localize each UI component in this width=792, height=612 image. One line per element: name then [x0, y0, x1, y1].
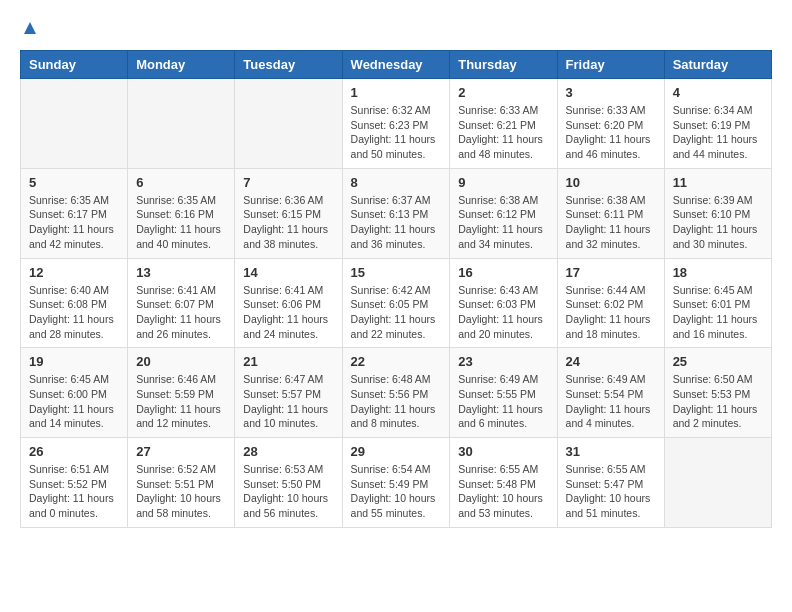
calendar-day-cell: 29Sunrise: 6:54 AMSunset: 5:49 PMDayligh… — [342, 438, 450, 528]
day-number: 31 — [566, 444, 656, 459]
calendar-day-cell: 21Sunrise: 6:47 AMSunset: 5:57 PMDayligh… — [235, 348, 342, 438]
day-info-text: Sunrise: 6:35 AM — [29, 193, 119, 208]
day-info-text: Sunset: 5:55 PM — [458, 387, 548, 402]
day-info-text: Daylight: 11 hours and 8 minutes. — [351, 402, 442, 431]
day-number: 11 — [673, 175, 763, 190]
calendar-day-cell: 12Sunrise: 6:40 AMSunset: 6:08 PMDayligh… — [21, 258, 128, 348]
day-info-text: Daylight: 11 hours and 4 minutes. — [566, 402, 656, 431]
calendar-day-cell — [128, 79, 235, 169]
day-info-text: Daylight: 11 hours and 30 minutes. — [673, 222, 763, 251]
day-info-text: Daylight: 11 hours and 0 minutes. — [29, 491, 119, 520]
day-number: 28 — [243, 444, 333, 459]
calendar-day-cell: 18Sunrise: 6:45 AMSunset: 6:01 PMDayligh… — [664, 258, 771, 348]
day-number: 14 — [243, 265, 333, 280]
day-info-text: Sunset: 5:47 PM — [566, 477, 656, 492]
calendar-table: SundayMondayTuesdayWednesdayThursdayFrid… — [20, 50, 772, 528]
day-info-text: Sunset: 6:07 PM — [136, 297, 226, 312]
calendar-day-cell: 7Sunrise: 6:36 AMSunset: 6:15 PMDaylight… — [235, 168, 342, 258]
calendar-day-cell: 5Sunrise: 6:35 AMSunset: 6:17 PMDaylight… — [21, 168, 128, 258]
day-info-text: Daylight: 10 hours and 51 minutes. — [566, 491, 656, 520]
calendar-day-cell: 27Sunrise: 6:52 AMSunset: 5:51 PMDayligh… — [128, 438, 235, 528]
calendar-day-cell: 2Sunrise: 6:33 AMSunset: 6:21 PMDaylight… — [450, 79, 557, 169]
day-info-text: Sunrise: 6:32 AM — [351, 103, 442, 118]
calendar-day-cell: 17Sunrise: 6:44 AMSunset: 6:02 PMDayligh… — [557, 258, 664, 348]
calendar-day-cell: 28Sunrise: 6:53 AMSunset: 5:50 PMDayligh… — [235, 438, 342, 528]
day-info-text: Sunset: 5:49 PM — [351, 477, 442, 492]
day-info-text: Sunrise: 6:47 AM — [243, 372, 333, 387]
day-number: 13 — [136, 265, 226, 280]
day-info-text: Daylight: 11 hours and 18 minutes. — [566, 312, 656, 341]
calendar-day-cell: 14Sunrise: 6:41 AMSunset: 6:06 PMDayligh… — [235, 258, 342, 348]
day-info-text: Daylight: 11 hours and 24 minutes. — [243, 312, 333, 341]
day-info-text: Sunset: 5:52 PM — [29, 477, 119, 492]
day-info-text: Sunrise: 6:36 AM — [243, 193, 333, 208]
day-number: 9 — [458, 175, 548, 190]
calendar-day-cell: 9Sunrise: 6:38 AMSunset: 6:12 PMDaylight… — [450, 168, 557, 258]
calendar-week-row: 12Sunrise: 6:40 AMSunset: 6:08 PMDayligh… — [21, 258, 772, 348]
calendar-day-cell — [21, 79, 128, 169]
day-number: 8 — [351, 175, 442, 190]
day-number: 7 — [243, 175, 333, 190]
calendar-day-cell: 8Sunrise: 6:37 AMSunset: 6:13 PMDaylight… — [342, 168, 450, 258]
day-info-text: Sunset: 6:20 PM — [566, 118, 656, 133]
calendar-day-header: Friday — [557, 51, 664, 79]
day-info-text: Sunrise: 6:45 AM — [673, 283, 763, 298]
day-info-text: Sunrise: 6:54 AM — [351, 462, 442, 477]
day-info-text: Sunset: 6:21 PM — [458, 118, 548, 133]
day-info-text: Sunset: 5:51 PM — [136, 477, 226, 492]
day-info-text: Sunset: 6:12 PM — [458, 207, 548, 222]
day-info-text: Sunset: 5:56 PM — [351, 387, 442, 402]
day-info-text: Sunset: 5:57 PM — [243, 387, 333, 402]
day-info-text: Sunrise: 6:41 AM — [136, 283, 226, 298]
calendar-day-header: Monday — [128, 51, 235, 79]
day-info-text: Sunrise: 6:45 AM — [29, 372, 119, 387]
day-info-text: Sunrise: 6:52 AM — [136, 462, 226, 477]
day-info-text: Sunrise: 6:48 AM — [351, 372, 442, 387]
day-info-text: Daylight: 11 hours and 44 minutes. — [673, 132, 763, 161]
day-info-text: Daylight: 11 hours and 14 minutes. — [29, 402, 119, 431]
calendar-day-cell: 23Sunrise: 6:49 AMSunset: 5:55 PMDayligh… — [450, 348, 557, 438]
day-info-text: Sunrise: 6:41 AM — [243, 283, 333, 298]
day-info-text: Sunset: 6:15 PM — [243, 207, 333, 222]
day-info-text: Sunset: 6:08 PM — [29, 297, 119, 312]
day-info-text: Sunrise: 6:55 AM — [458, 462, 548, 477]
day-info-text: Daylight: 11 hours and 16 minutes. — [673, 312, 763, 341]
day-info-text: Daylight: 11 hours and 34 minutes. — [458, 222, 548, 251]
calendar-day-cell: 11Sunrise: 6:39 AMSunset: 6:10 PMDayligh… — [664, 168, 771, 258]
calendar-day-cell: 3Sunrise: 6:33 AMSunset: 6:20 PMDaylight… — [557, 79, 664, 169]
calendar-day-cell: 20Sunrise: 6:46 AMSunset: 5:59 PMDayligh… — [128, 348, 235, 438]
calendar-day-cell: 15Sunrise: 6:42 AMSunset: 6:05 PMDayligh… — [342, 258, 450, 348]
day-info-text: Sunrise: 6:33 AM — [566, 103, 656, 118]
calendar-day-cell: 24Sunrise: 6:49 AMSunset: 5:54 PMDayligh… — [557, 348, 664, 438]
day-info-text: Sunset: 6:16 PM — [136, 207, 226, 222]
day-info-text: Sunrise: 6:38 AM — [566, 193, 656, 208]
day-number: 26 — [29, 444, 119, 459]
day-info-text: Sunset: 6:05 PM — [351, 297, 442, 312]
calendar-week-row: 1Sunrise: 6:32 AMSunset: 6:23 PMDaylight… — [21, 79, 772, 169]
day-info-text: Sunrise: 6:50 AM — [673, 372, 763, 387]
day-number: 15 — [351, 265, 442, 280]
day-info-text: Sunrise: 6:33 AM — [458, 103, 548, 118]
calendar-week-row: 5Sunrise: 6:35 AMSunset: 6:17 PMDaylight… — [21, 168, 772, 258]
day-number: 6 — [136, 175, 226, 190]
calendar-day-header: Tuesday — [235, 51, 342, 79]
calendar-day-cell: 4Sunrise: 6:34 AMSunset: 6:19 PMDaylight… — [664, 79, 771, 169]
day-info-text: Daylight: 11 hours and 2 minutes. — [673, 402, 763, 431]
day-number: 1 — [351, 85, 442, 100]
header — [20, 20, 772, 40]
day-info-text: Daylight: 11 hours and 26 minutes. — [136, 312, 226, 341]
calendar-day-cell: 16Sunrise: 6:43 AMSunset: 6:03 PMDayligh… — [450, 258, 557, 348]
calendar-day-cell: 6Sunrise: 6:35 AMSunset: 6:16 PMDaylight… — [128, 168, 235, 258]
day-info-text: Sunrise: 6:38 AM — [458, 193, 548, 208]
day-number: 4 — [673, 85, 763, 100]
day-number: 20 — [136, 354, 226, 369]
day-info-text: Sunrise: 6:37 AM — [351, 193, 442, 208]
day-number: 16 — [458, 265, 548, 280]
day-info-text: Daylight: 11 hours and 42 minutes. — [29, 222, 119, 251]
day-info-text: Sunset: 5:53 PM — [673, 387, 763, 402]
day-number: 21 — [243, 354, 333, 369]
day-info-text: Daylight: 11 hours and 22 minutes. — [351, 312, 442, 341]
calendar-day-header: Wednesday — [342, 51, 450, 79]
day-number: 24 — [566, 354, 656, 369]
day-info-text: Sunrise: 6:49 AM — [458, 372, 548, 387]
